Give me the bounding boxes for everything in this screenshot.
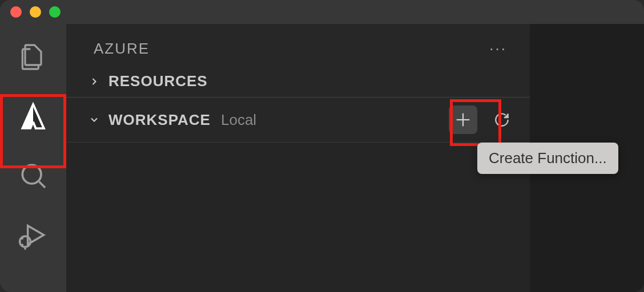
activity-bar [0, 24, 66, 292]
minimize-window-button[interactable] [30, 6, 41, 18]
activity-azure[interactable] [0, 100, 66, 132]
section-resources[interactable]: RESOURCES [66, 68, 530, 95]
svg-line-3 [21, 238, 23, 239]
chevron-down-icon [88, 113, 100, 126]
close-window-button[interactable] [10, 6, 22, 18]
maximize-window-button[interactable] [49, 6, 61, 18]
create-button[interactable] [449, 106, 477, 134]
window-titlebar [0, 0, 644, 24]
svg-line-4 [21, 244, 23, 245]
azure-icon [17, 100, 49, 132]
resources-label: RESOURCES [108, 72, 208, 90]
workspace-content [66, 143, 530, 292]
svg-line-1 [39, 182, 46, 188]
section-workspace[interactable]: WORKSPACE Local [66, 98, 530, 143]
activity-run-debug[interactable] [0, 219, 66, 251]
azure-sidebar-panel: AZURE ··· RESOURCES WORKSPACE Local [66, 24, 530, 292]
panel-title: AZURE [94, 40, 150, 58]
activity-explorer[interactable] [0, 41, 66, 73]
workspace-description: Local [221, 111, 256, 129]
more-actions-button[interactable]: ··· [489, 40, 507, 58]
run-debug-icon [17, 219, 49, 251]
refresh-button[interactable] [488, 106, 516, 134]
chevron-right-icon [88, 75, 100, 88]
workspace-label: WORKSPACE [108, 111, 211, 129]
refresh-icon [493, 111, 511, 129]
files-icon [17, 41, 49, 73]
create-function-tooltip[interactable]: Create Function... [477, 143, 618, 174]
activity-search[interactable] [0, 160, 66, 192]
svg-point-0 [22, 165, 41, 184]
search-icon [17, 160, 49, 192]
plus-icon [453, 110, 473, 129]
